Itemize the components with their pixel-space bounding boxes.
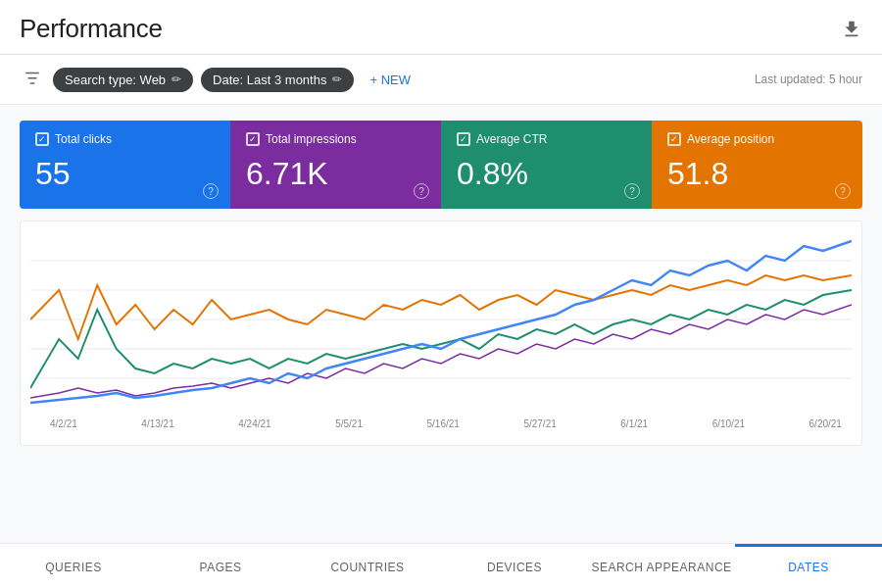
x-label-6: 6/1/21 — [620, 418, 648, 429]
impressions-value: 6.71K — [246, 158, 425, 197]
edit-search-icon: ✏ — [172, 73, 181, 86]
ctr-checkbox: ✓ — [457, 132, 470, 146]
position-value: 51.8 — [667, 158, 847, 197]
header: Performance — [0, 0, 882, 55]
performance-chart — [30, 231, 852, 413]
x-label-3: 5/5/21 — [335, 418, 363, 429]
metric-position-label: ✓ Average position — [667, 132, 847, 146]
x-label-7: 6/10/21 — [712, 418, 745, 429]
edit-date-icon: ✏ — [332, 73, 342, 86]
x-label-0: 4/2/21 — [50, 418, 77, 429]
x-axis-labels: 4/2/21 4/13/21 4/24/21 5/5/21 5/16/21 5/… — [30, 416, 852, 433]
date-label: Date: Last 3 months — [213, 73, 326, 87]
clicks-checkbox: ✓ — [35, 132, 49, 146]
header-actions — [841, 19, 862, 40]
tab-devices[interactable]: DEVICES — [441, 544, 588, 588]
x-label-1: 4/13/21 — [141, 418, 173, 429]
date-chip[interactable]: Date: Last 3 months ✏ — [201, 68, 354, 92]
metric-clicks[interactable]: ✓ Total clicks 55 ? — [20, 121, 230, 209]
x-label-2: 4/24/21 — [238, 418, 270, 429]
metric-position[interactable]: ✓ Average position 51.8 ? — [652, 121, 862, 209]
last-updated-label: Last updated: 5 hour — [755, 73, 862, 86]
search-type-chip[interactable]: Search type: Web ✏ — [53, 68, 193, 92]
ctr-info-icon[interactable]: ? — [624, 183, 640, 199]
x-label-4: 5/16/21 — [427, 418, 460, 429]
metric-impressions-label: ✓ Total impressions — [246, 132, 425, 146]
tab-dates[interactable]: DATES — [735, 544, 882, 588]
x-label-5: 5/27/21 — [523, 418, 556, 429]
metric-impressions[interactable]: ✓ Total impressions 6.71K ? — [230, 121, 441, 209]
metrics-row: ✓ Total clicks 55 ? ✓ Total impressions … — [20, 121, 862, 209]
impressions-info-icon[interactable]: ? — [414, 183, 429, 199]
impressions-checkbox: ✓ — [246, 132, 260, 146]
tab-queries[interactable]: QUERIES — [0, 544, 147, 588]
tab-pages[interactable]: PAGES — [147, 544, 294, 588]
clicks-info-icon[interactable]: ? — [203, 183, 219, 199]
download-icon[interactable] — [841, 19, 862, 40]
position-checkbox: ✓ — [667, 132, 681, 146]
new-button[interactable]: + NEW — [362, 68, 418, 92]
ctr-value: 0.8% — [457, 158, 636, 197]
position-info-icon[interactable]: ? — [835, 183, 851, 199]
metric-clicks-label: ✓ Total clicks — [35, 132, 215, 146]
search-type-label: Search type: Web — [65, 73, 166, 87]
x-label-8: 6/20/21 — [809, 418, 842, 429]
page-title: Performance — [20, 14, 163, 44]
metric-ctr[interactable]: ✓ Average CTR 0.8% ? — [441, 121, 652, 209]
bottom-tabs: QUERIES PAGES COUNTRIES DEVICES SEARCH A… — [0, 543, 882, 588]
filter-icon[interactable] — [20, 65, 45, 94]
tab-countries[interactable]: COUNTRIES — [294, 544, 441, 588]
clicks-value: 55 — [35, 158, 215, 197]
tab-search-appearance[interactable]: SEARCH APPEARANCE — [588, 544, 735, 588]
chart-area: 4/2/21 4/13/21 4/24/21 5/5/21 5/16/21 5/… — [20, 220, 862, 446]
toolbar: Search type: Web ✏ Date: Last 3 months ✏… — [0, 55, 882, 105]
metric-ctr-label: ✓ Average CTR — [457, 132, 636, 146]
